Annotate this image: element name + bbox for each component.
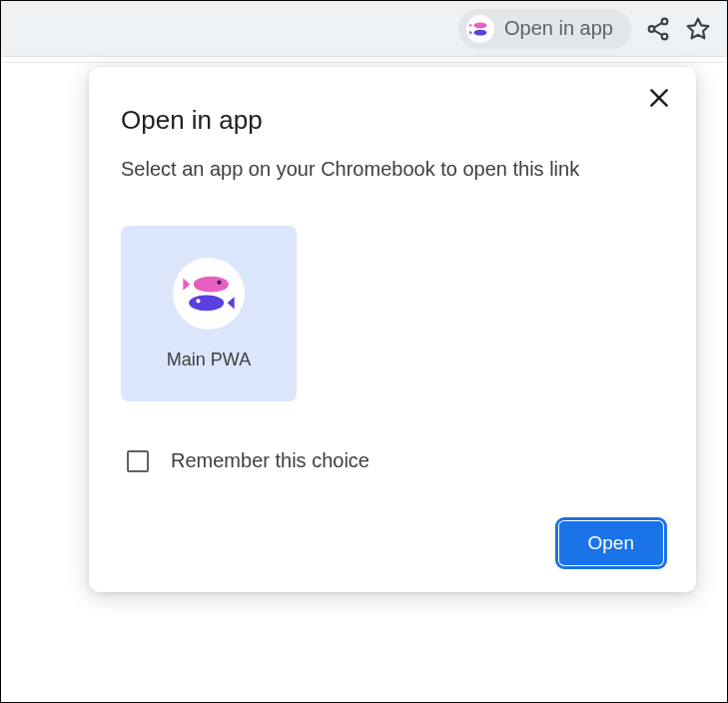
remember-choice-row: Remember this choice (127, 449, 664, 472)
app-label: Main PWA (167, 350, 251, 370)
dialog-subtitle: Select an app on your Chromebook to open… (121, 154, 664, 184)
share-icon[interactable] (645, 16, 671, 42)
svg-point-2 (474, 29, 487, 35)
svg-marker-16 (228, 297, 235, 309)
svg-line-7 (654, 22, 662, 27)
svg-marker-1 (469, 23, 471, 27)
open-in-app-dialog: Open in app Select an app on your Chrome… (89, 67, 696, 592)
svg-point-15 (189, 295, 224, 311)
app-icon (173, 258, 245, 330)
svg-point-4 (662, 18, 668, 24)
svg-point-6 (662, 33, 668, 39)
svg-marker-3 (469, 30, 471, 34)
svg-line-8 (654, 30, 662, 35)
svg-point-0 (474, 22, 487, 28)
dialog-title: Open in app (121, 105, 664, 136)
svg-point-12 (194, 276, 229, 292)
svg-point-17 (196, 299, 200, 303)
close-icon[interactable] (646, 85, 674, 113)
remember-label: Remember this choice (171, 449, 369, 472)
svg-marker-9 (688, 18, 709, 38)
content-strip (1, 57, 727, 63)
dialog-button-row: Open (121, 520, 664, 566)
svg-point-5 (649, 26, 655, 32)
svg-marker-13 (183, 278, 190, 290)
open-in-app-chip[interactable]: Open in app (458, 9, 631, 49)
omnibox-bar: Open in app (1, 1, 727, 57)
remember-checkbox[interactable] (127, 450, 149, 472)
svg-point-14 (217, 280, 221, 284)
app-grid: Main PWA (121, 226, 664, 401)
open-button[interactable]: Open (558, 520, 664, 566)
bookmark-star-icon[interactable] (685, 16, 711, 42)
app-tile-main-pwa[interactable]: Main PWA (121, 226, 297, 401)
chip-app-icon (466, 15, 494, 43)
chip-label: Open in app (504, 17, 613, 40)
